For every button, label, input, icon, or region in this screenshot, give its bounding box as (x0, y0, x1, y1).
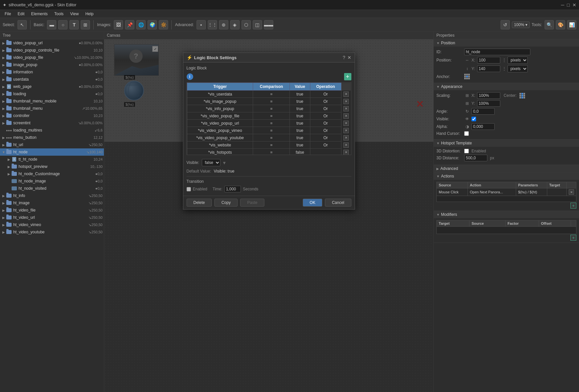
tree-item-screentint[interactable]: ▶ screentint ↘0.00%,0.00% (0, 119, 104, 127)
modal-help-button[interactable]: ? (343, 55, 345, 60)
menu-elements[interactable]: Elements (28, 11, 51, 17)
center-cell-7[interactable] (519, 97, 521, 98)
center-cell-2[interactable] (521, 93, 523, 95)
actions-section-header[interactable]: ▼ Actions (434, 173, 579, 180)
visible-checkbox[interactable] (471, 117, 476, 121)
tree-item-loading[interactable]: ▶ loading ●0,0 (0, 90, 104, 98)
select-pointer-button[interactable]: ↖ (18, 20, 27, 29)
add-modifier-button[interactable]: + (570, 235, 576, 241)
menu-file[interactable]: File (1, 11, 14, 17)
delete-logic-icon-0[interactable]: ✕ (343, 92, 349, 97)
tree-item-ht-video-url[interactable]: ▶ ht_video_url ↘250,50 (0, 214, 104, 221)
tools-btn3[interactable]: 📊 (567, 20, 576, 29)
position-section-header[interactable]: ▼ Position (434, 39, 579, 47)
advanced-btn7[interactable]: ▬▬ (264, 20, 273, 29)
delete-logic-icon-1[interactable]: ✕ (343, 99, 349, 104)
tree-item-ht-video-youtube[interactable]: ▶ ht_video_youtube ↘250,50 (0, 228, 104, 236)
x-input[interactable] (477, 57, 500, 63)
tree-item-image-popup[interactable]: ▶ image_popup ●0.00%,0.00% (0, 61, 104, 68)
basic-rect-button[interactable]: ▬ (47, 20, 56, 29)
tree-item-video-popup-url[interactable]: ▶ video_popup_url ●0.00%,0.00% (0, 39, 104, 47)
logic-row-8[interactable]: *vis_hotspots = false ✕ (187, 149, 351, 155)
distortion-checkbox[interactable] (464, 149, 469, 153)
logic-delete-5[interactable]: ✕ (341, 127, 351, 134)
logic-delete-2[interactable]: ✕ (341, 105, 351, 112)
tree-item-information[interactable]: ▶ information ●0,0 (0, 68, 104, 76)
images-btn4[interactable]: 🌍 (148, 20, 157, 29)
center-cell-6[interactable] (523, 95, 525, 97)
menu-view[interactable]: View (67, 11, 82, 17)
tree-item-controller[interactable]: ▶ controller 10,23 (0, 112, 104, 119)
add-action-button[interactable]: + (570, 203, 576, 209)
logic-row-5[interactable]: *vis_video_popup_vimeo = true Or ✕ (187, 127, 351, 134)
logic-delete-3[interactable]: ✕ (341, 112, 351, 120)
delete-logic-icon-8[interactable]: ✕ (343, 150, 349, 155)
grid-cell-3[interactable] (468, 74, 470, 75)
alpha-input[interactable] (471, 123, 495, 130)
images-btn1[interactable]: 🖼 (114, 20, 123, 29)
menu-tools[interactable]: Tools (51, 11, 67, 17)
advanced-btn3[interactable]: ⊛ (219, 20, 228, 29)
tree-item-video-popup-file[interactable]: ▶ video_popup_file ↘10.00%,10.00% (0, 54, 104, 61)
ok-button[interactable]: OK (303, 199, 322, 207)
images-btn2[interactable]: 📌 (125, 20, 134, 29)
logic-delete-6[interactable]: ✕ (341, 134, 351, 141)
distance-input[interactable] (464, 155, 487, 161)
tree-item-ht-video-file[interactable]: ▶ ht_video_file ↘250,50 (0, 207, 104, 214)
center-cell-1[interactable] (519, 93, 521, 95)
tree-item-ht-url[interactable]: ▶ ht_url ↘250,50 (0, 141, 104, 148)
delete-action-icon[interactable]: ✕ (569, 189, 574, 195)
advanced-btn5[interactable]: ⬡ (242, 20, 251, 29)
tree-item-thumbnail-menu[interactable]: ▶ thumbnail_menu ↗10.00%,65 (0, 105, 104, 112)
center-cell-5[interactable] (521, 95, 523, 97)
undo-button[interactable]: ↺ (501, 20, 510, 29)
tree-item-hotspot-preview[interactable]: ▶ hotspot_preview 10,-130 (5, 163, 104, 170)
tree-item-ht-info[interactable]: ▶ ht_info ↘250,50 (0, 192, 104, 199)
scale-x-input[interactable] (477, 92, 500, 99)
basic-text-button[interactable]: T (69, 20, 79, 29)
maximize-button[interactable]: □ (567, 2, 570, 8)
cancel-button[interactable]: Cancel (325, 199, 351, 207)
menu-edit[interactable]: Edit (14, 11, 28, 17)
center-cell-4[interactable] (519, 95, 521, 97)
tree-item-ht-node-visited[interactable]: ht_node_visited ●0,0 (5, 185, 104, 192)
tree-item-loading-multires[interactable]: ●●● loading_multires ↙6,6 (0, 127, 104, 134)
delete-logic-icon-3[interactable]: ✕ (343, 113, 349, 119)
grid-cell-5[interactable] (466, 76, 468, 77)
visible-select[interactable]: false true (202, 159, 220, 166)
modal-close-button[interactable]: ✕ (347, 55, 351, 60)
x-unit-select[interactable]: pixels % (508, 57, 528, 64)
logic-row-7[interactable]: *vis_website = true Or ✕ (187, 141, 351, 149)
tools-btn1[interactable]: 🔍 (545, 20, 554, 29)
delete-logic-icon-2[interactable]: ✕ (343, 106, 349, 111)
advanced-section-header[interactable]: ▶ Advanced (434, 165, 579, 172)
delete-logic-icon-6[interactable]: ✕ (343, 135, 349, 140)
grid-cell-1[interactable] (464, 74, 466, 75)
y-unit-select[interactable]: pixels % (508, 65, 528, 72)
center-cell-8[interactable] (521, 97, 523, 98)
appearance-section-header[interactable]: ▼ Appearance (434, 83, 579, 90)
id-input[interactable] (464, 49, 530, 55)
action-delete[interactable]: ✕ (567, 188, 576, 196)
images-btn5[interactable]: 🔆 (159, 20, 168, 29)
hotspot-template-header[interactable]: ▼ Hotspot Template (434, 139, 579, 147)
tree-item-web-page[interactable]: ▶ T web_page ●0.00%,0.00% (0, 83, 104, 90)
logic-delete-0[interactable]: ✕ (341, 91, 351, 98)
grid-cell-7[interactable] (464, 78, 466, 79)
logic-row-6[interactable]: *vis_video_popup_youtube = true Or ✕ (187, 134, 351, 141)
logic-row-2[interactable]: *vis_info_popup = true Or ✕ (187, 105, 351, 112)
advanced-btn2[interactable]: ⋮⋮ (208, 20, 217, 29)
tree-item-ht-image[interactable]: ▶ ht_image ↘250,50 (0, 199, 104, 207)
tree-item-ht-node[interactable]: ▼ ht_node ↘100,140 (0, 148, 104, 156)
advanced-btn6[interactable]: ◫ (253, 20, 262, 29)
logic-row-1[interactable]: *vis_image_popup = true Or ✕ (187, 98, 351, 105)
y-input[interactable] (477, 65, 500, 72)
grid-cell-4[interactable] (464, 76, 466, 77)
logic-row-0[interactable]: *vis_userdata = true Or ✕ (187, 91, 351, 98)
advanced-btn4[interactable]: ◈ (230, 20, 240, 29)
copy-button[interactable]: Copy (214, 199, 238, 207)
angle-input[interactable] (471, 108, 495, 115)
advanced-btn1[interactable]: ▪ (197, 20, 206, 29)
zoom-selector[interactable]: 100% ▾ (512, 21, 530, 28)
logic-delete-8[interactable]: ✕ (341, 149, 351, 155)
